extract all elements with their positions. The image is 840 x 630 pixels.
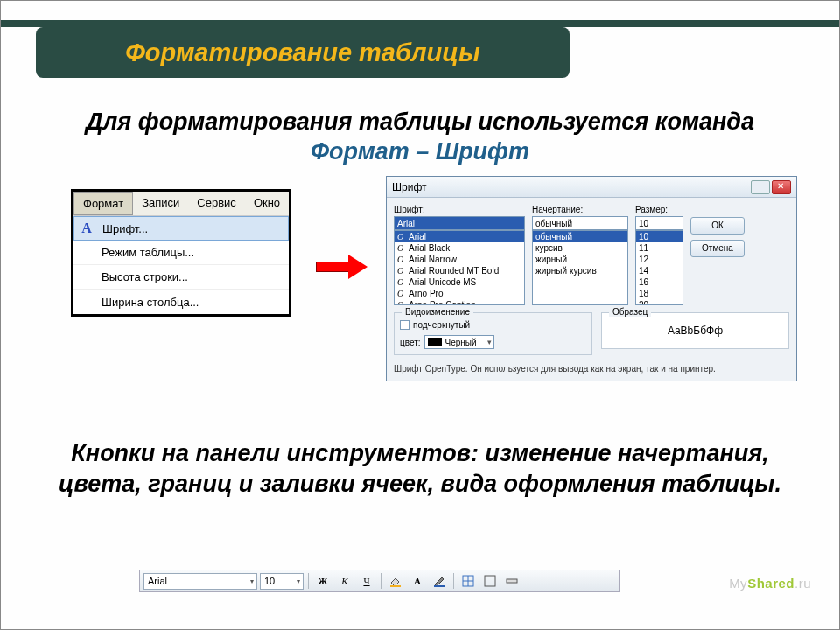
size-input[interactable]: 10 xyxy=(635,216,683,230)
line-color-button[interactable] xyxy=(430,572,449,590)
top-stripe xyxy=(1,20,839,27)
menu-window[interactable]: Окно xyxy=(245,192,289,215)
separator xyxy=(308,573,309,589)
dialog-title: Шрифт xyxy=(392,181,751,193)
slide-title: Форматирование таблицы xyxy=(125,38,480,67)
intro-accent: Формат – Шрифт xyxy=(311,138,529,164)
chevron-down-icon: ▾ xyxy=(250,578,254,585)
sample-box: Образец AaBbБбФф xyxy=(601,312,789,349)
menu-item-tablemode[interactable]: Режим таблицы... xyxy=(74,241,289,265)
font-input[interactable]: Arial xyxy=(394,216,525,230)
svg-rect-0 xyxy=(390,585,401,587)
size-list[interactable]: 10 11 12 14 16 18 20 xyxy=(635,230,683,305)
cancel-button[interactable]: Отмена xyxy=(690,240,745,257)
close-button[interactable] xyxy=(772,180,791,194)
menu-item-colwidth[interactable]: Ширина столбца... xyxy=(74,290,289,314)
svg-rect-6 xyxy=(507,579,517,583)
intro-plain: Для форматирования таблицы используется … xyxy=(86,108,754,135)
color-label: цвет: xyxy=(400,338,421,347)
bucket-icon xyxy=(388,574,402,588)
color-select[interactable]: Черный ▾ xyxy=(424,335,494,349)
italic-button[interactable]: К xyxy=(335,572,354,590)
special-effect-button[interactable] xyxy=(502,572,522,590)
style-input[interactable]: обычный xyxy=(532,216,628,230)
menu-item-font[interactable]: A Шрифт... xyxy=(74,216,289,241)
chevron-down-icon: ▾ xyxy=(297,578,300,585)
effect-icon xyxy=(505,574,519,588)
menu-item-rowheight[interactable]: Высота строки... xyxy=(74,265,289,290)
menu-item-label: Ширина столбца... xyxy=(98,296,289,309)
size-label: Размер: xyxy=(635,205,683,214)
menu-service[interactable]: Сервис xyxy=(188,192,245,215)
font-icon: A xyxy=(74,220,99,236)
sample-label: Образец xyxy=(609,307,651,317)
dialog-footer-text: Шрифт OpenType. Он используется для выво… xyxy=(387,360,796,381)
font-color-button[interactable]: A xyxy=(408,572,427,590)
toolbar-caption: Кнопки на панели инструментов: изменение… xyxy=(49,438,791,500)
style-label: Начертание: xyxy=(532,205,628,214)
font-label: Шрифт: xyxy=(394,205,525,214)
mod-group-label: Видоизменение xyxy=(402,307,473,317)
gridlines-button[interactable] xyxy=(458,572,478,590)
menu-item-label: Режим таблицы... xyxy=(98,246,289,259)
font-dialog: Шрифт Шрифт: Arial OArial OArial Black O… xyxy=(386,176,797,382)
bold-button[interactable]: Ж xyxy=(313,572,332,590)
ok-button[interactable]: ОК xyxy=(690,217,745,234)
separator xyxy=(453,573,454,589)
menu-bar: Формат Записи Сервис Окно xyxy=(74,192,289,216)
menu-item-label: Высота строки... xyxy=(98,270,289,284)
checkbox-icon xyxy=(400,320,410,330)
menu-item-label: Шрифт... xyxy=(99,222,288,235)
separator xyxy=(381,573,382,589)
dialog-titlebar: Шрифт xyxy=(387,177,796,198)
menu-dropdown: A Шрифт... Режим таблицы... Высота строк… xyxy=(74,216,289,314)
arrow-icon xyxy=(316,255,368,279)
fill-color-button[interactable] xyxy=(386,572,405,590)
menu-records[interactable]: Записи xyxy=(133,192,188,215)
intro-text: Для форматирования таблицы используется … xyxy=(53,108,787,167)
formatting-toolbar: Arial ▾ 10 ▾ Ж К Ч A xyxy=(139,570,620,592)
svg-rect-5 xyxy=(485,576,495,586)
font-list[interactable]: OArial OArial Black OArial Narrow OArial… xyxy=(394,230,525,305)
style-list[interactable]: обычный курсив жирный жирный курсив xyxy=(532,230,628,305)
border-icon xyxy=(483,574,497,588)
font-select[interactable]: Arial ▾ xyxy=(144,573,257,590)
help-button[interactable] xyxy=(751,180,770,194)
pen-icon xyxy=(432,574,446,588)
slide: Форматирование таблицы Для форматировани… xyxy=(0,0,840,630)
underline-button[interactable]: Ч xyxy=(357,572,376,590)
grid-icon xyxy=(461,574,475,588)
watermark: MyShared.ru xyxy=(729,576,811,591)
format-menu: Формат Записи Сервис Окно A Шрифт... Реж… xyxy=(71,189,291,317)
color-swatch-icon xyxy=(428,338,442,346)
border-button[interactable] xyxy=(480,572,500,590)
slide-title-box: Форматирование таблицы xyxy=(36,27,570,78)
underline-checkbox[interactable]: подчеркнутый xyxy=(400,320,586,330)
chevron-down-icon: ▾ xyxy=(487,338,492,346)
size-select[interactable]: 10 ▾ xyxy=(260,573,304,590)
svg-rect-1 xyxy=(434,585,444,587)
sample-text: AaBbБбФф xyxy=(668,325,723,337)
menu-format[interactable]: Формат xyxy=(74,192,133,215)
